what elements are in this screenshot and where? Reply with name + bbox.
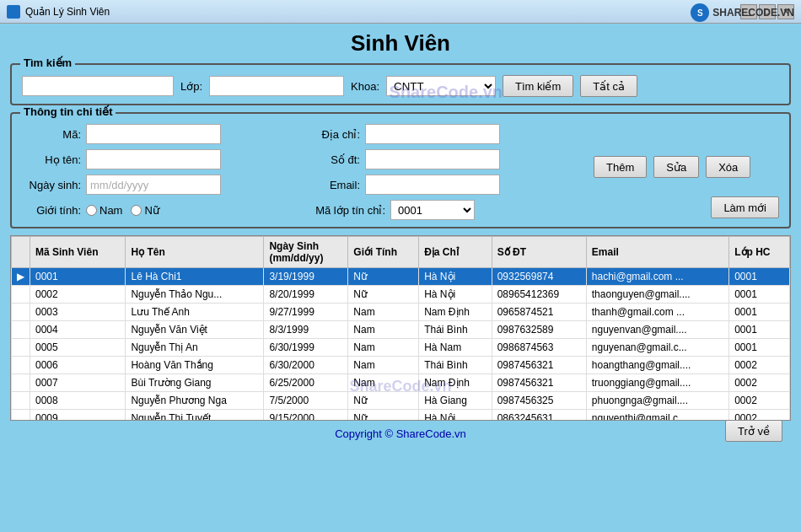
page-title: Sinh Viên [10, 30, 791, 56]
radio-nam-input[interactable] [86, 205, 97, 216]
xoa-button[interactable]: Xóa [706, 156, 750, 178]
table-row[interactable]: 0005 Nguyễn Thị An 6/30/1999 Nam Hà Nam … [12, 339, 790, 357]
cell-sodt: 08965412369 [492, 286, 586, 304]
cell-lophc: 0002 [729, 410, 790, 422]
ma-input[interactable] [86, 124, 221, 144]
cell-indicator [12, 392, 30, 410]
diachi-label: Địa chỉ: [309, 128, 360, 141]
cell-email: thanh@gmail.com ... [586, 304, 728, 321]
cell-ma: 0005 [30, 339, 126, 357]
cell-ma: 0002 [30, 286, 126, 304]
cell-sodt: 0863245631 [492, 410, 586, 422]
search-row: Lớp: Khoa: CNTT KTPM HTTT MMT Tìm kiếm T… [22, 75, 779, 97]
cell-ma: 0004 [30, 321, 126, 339]
cell-diachi: Thái Bình [419, 357, 492, 374]
cell-hoten: Bùi Trường Giang [126, 374, 264, 392]
cell-sodt: 0987456321 [492, 374, 586, 392]
cell-indicator [12, 374, 30, 392]
cell-gioitinh: Nam [348, 357, 419, 374]
radio-nu-input[interactable] [131, 205, 142, 216]
col-ngaysinh: Ngày Sinh(mm/dd/yy) [264, 237, 348, 268]
cell-sodt: 0987632589 [492, 321, 586, 339]
cell-hoten: Nguyễn Thị Tuyết [126, 410, 264, 422]
cell-email: phuongnga@gmail.... [586, 392, 728, 410]
cell-ma: 0007 [30, 374, 126, 392]
table-container[interactable]: Mã Sinh Viên Họ Tên Ngày Sinh(mm/dd/yy) … [10, 235, 791, 421]
sodt-input[interactable] [365, 149, 500, 169]
timkiem-button[interactable]: Tìm kiếm [503, 75, 573, 97]
cell-ngaysinh: 6/30/1999 [264, 339, 348, 357]
cell-gioitinh: Nam [348, 321, 419, 339]
cell-indicator [12, 286, 30, 304]
col-masv: Mã Sinh Viên [30, 237, 126, 268]
cell-lophc: 0001 [729, 286, 790, 304]
cell-email: nguyenthi@gmail.c... [586, 410, 728, 422]
cell-sodt: 0987456325 [492, 392, 586, 410]
cell-ngaysinh: 8/3/1999 [264, 321, 348, 339]
cell-ma: 0008 [30, 392, 126, 410]
cell-diachi: Hà Nội [419, 286, 492, 304]
them-button[interactable]: Thêm [594, 156, 647, 178]
malop-label: Mã lớp tín chỉ: [309, 204, 385, 217]
sua-button[interactable]: Sửa [653, 156, 699, 178]
table-row[interactable]: 0009 Nguyễn Thị Tuyết 9/15/2000 Nữ Hà Nộ… [12, 410, 790, 422]
cell-gioitinh: Nữ [348, 286, 419, 304]
lop-input[interactable] [209, 76, 344, 96]
cell-indicator [12, 410, 30, 422]
cell-lophc: 0001 [729, 321, 790, 339]
student-table: Mã Sinh Viên Họ Tên Ngày Sinh(mm/dd/yy) … [11, 236, 790, 421]
sharecode-icon: S [691, 3, 709, 22]
cell-gioitinh: Nam [348, 304, 419, 321]
khoa-select[interactable]: CNTT KTPM HTTT MMT [386, 76, 496, 96]
radio-nam-label: Nam [99, 204, 122, 217]
malop-select[interactable]: 0001 0002 [390, 200, 475, 220]
cell-ma: 0003 [30, 304, 126, 321]
radio-nu[interactable]: Nữ [131, 204, 159, 217]
hoten-label: Họ tên: [22, 153, 81, 166]
col-indicator [12, 237, 30, 268]
table-body: ▶ 0001 Lê Hà Chi1 3/19/1999 Nữ Hà Nội 09… [12, 268, 790, 422]
table-row[interactable]: 0004 Nguyễn Văn Việt 8/3/1999 Nam Thái B… [12, 321, 790, 339]
cell-indicator [12, 357, 30, 374]
cell-email: nguyenan@gmail.c... [586, 339, 728, 357]
table-wrapper: Mã Sinh Viên Họ Tên Ngày Sinh(mm/dd/yy) … [10, 235, 791, 421]
email-field-row: Email: [309, 175, 580, 195]
cell-diachi: Hà Nam [419, 339, 492, 357]
table-row[interactable]: 0008 Nguyễn Phương Nga 7/5/2000 Nữ Hà Gi… [12, 392, 790, 410]
cell-email: hachi@gmail.com ... [586, 268, 728, 286]
title-bar-text: Quản Lý Sinh Viên [25, 6, 110, 18]
cell-hoten: Nguyễn Phương Nga [126, 392, 264, 410]
email-input[interactable] [365, 175, 500, 195]
diachi-field-row: Địa chỉ: [309, 124, 580, 144]
sharecode-logo-text: SHARECODE.VN [712, 7, 794, 19]
hoten-input[interactable] [86, 149, 221, 169]
title-bar: Quản Lý Sinh Viên S SHARECODE.VN _ □ × [0, 0, 801, 24]
email-label: Email: [309, 179, 360, 191]
cell-lophc: 0002 [729, 357, 790, 374]
table-row[interactable]: 0006 Hoàng Văn Thắng 6/30/2000 Nam Thái … [12, 357, 790, 374]
sharecode-logo: S SHARECODE.VN [691, 3, 794, 22]
col-diachi: Địa Chỉ [419, 237, 492, 268]
cell-hoten: Nguyễn Thảo Ngu... [126, 286, 264, 304]
table-row[interactable]: 0007 Bùi Trường Giang 6/25/2000 Nam Nam … [12, 374, 790, 392]
radio-nam[interactable]: Nam [86, 204, 122, 217]
table-row[interactable]: ▶ 0001 Lê Hà Chi1 3/19/1999 Nữ Hà Nội 09… [12, 268, 790, 286]
tatca-button[interactable]: Tất cả [580, 75, 637, 97]
ngaysinh-input[interactable] [86, 175, 221, 195]
cell-ngaysinh: 6/30/2000 [264, 357, 348, 374]
trova-button[interactable]: Trở về [725, 420, 782, 442]
diachi-input[interactable] [365, 124, 500, 144]
cell-indicator [12, 321, 30, 339]
cell-lophc: 0001 [729, 304, 790, 321]
table-row[interactable]: 0002 Nguyễn Thảo Ngu... 8/20/1999 Nữ Hà … [12, 286, 790, 304]
lammoi-button[interactable]: Làm mới [711, 196, 779, 218]
app-icon [7, 5, 20, 19]
ngaysinh-field-row: Ngày sinh: [22, 175, 293, 195]
gioitinh-label: Giới tính: [22, 204, 81, 217]
table-row[interactable]: 0003 Lưu Thế Anh 9/27/1999 Nam Nam Định … [12, 304, 790, 321]
search-input[interactable] [22, 76, 174, 96]
cell-diachi: Nam Định [419, 304, 492, 321]
search-section: Tìm kiếm Lớp: Khoa: CNTT KTPM HTTT MMT T… [10, 63, 791, 105]
cell-diachi: Nam Định [419, 374, 492, 392]
footer: Copyright © ShareCode.vn Trở về [10, 424, 791, 443]
